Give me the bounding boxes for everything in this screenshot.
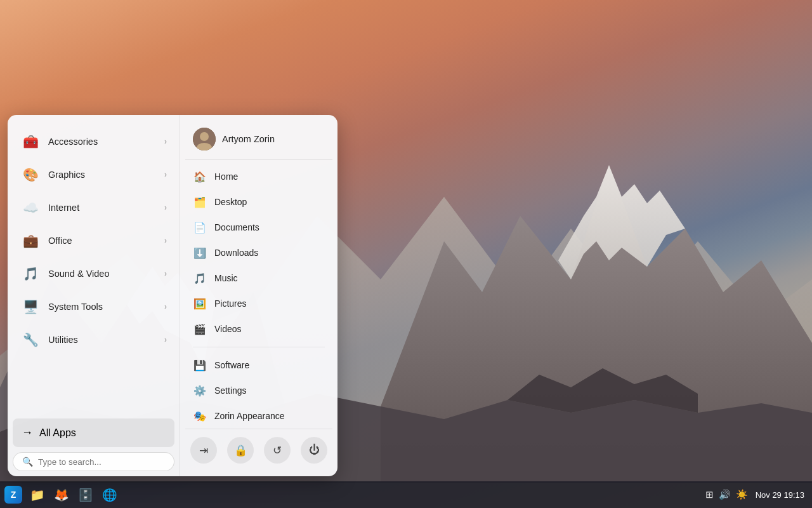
accessories-icon: 🧰: [20, 131, 41, 152]
user-section: Artyom Zorin: [185, 123, 332, 160]
all-apps-label: All Apps: [39, 427, 76, 439]
internet-icon: ☁️: [20, 197, 41, 218]
taskbar-item-files[interactable]: 📁: [27, 484, 48, 505]
system-tools-icon: 🖥️: [20, 297, 41, 317]
office-label: Office: [48, 236, 157, 246]
all-apps-button[interactable]: → All Apps: [13, 418, 174, 447]
place-item-music[interactable]: 🎵 Music: [185, 265, 332, 291]
place-item-videos[interactable]: 🎬 Videos: [185, 316, 332, 342]
search-bar: 🔍: [13, 452, 174, 471]
documents-place-label: Documents: [214, 222, 259, 232]
system-tools-label: System Tools: [48, 302, 157, 312]
zorin-appearance-app-icon: 🎭: [193, 409, 207, 423]
utilities-label: Utilities: [48, 335, 157, 345]
left-panel-bottom: → All Apps 🔍: [13, 418, 174, 471]
shutdown-button[interactable]: ⏻: [301, 437, 327, 464]
place-item-pictures[interactable]: 🖼️ Pictures: [185, 291, 332, 316]
datetime-display: Nov 29 19:13: [756, 490, 804, 500]
zorin-logo-icon: Z: [4, 486, 22, 504]
all-apps-arrow-icon: →: [22, 426, 33, 439]
system-apps-list: 💾 Software ⚙️ Settings 🎭 Zorin Appearanc…: [185, 352, 332, 429]
category-item-utilities[interactable]: 🔧 Utilities ›: [13, 323, 174, 356]
taskbar-item-world-icon[interactable]: 🌐: [99, 484, 121, 505]
logout-icon: ⇥: [199, 444, 208, 457]
documents-place-icon: 📄: [193, 220, 207, 234]
category-item-accessories[interactable]: 🧰 Accessories ›: [13, 125, 174, 158]
downloads-place-icon: ⬇️: [193, 246, 207, 260]
taskbar-item-firefox[interactable]: 🦊: [51, 484, 72, 505]
logout-button[interactable]: ⇥: [190, 437, 217, 464]
sound-video-arrow-icon: ›: [164, 269, 167, 278]
user-name: Artyom Zorin: [222, 134, 275, 144]
internet-label: Internet: [48, 203, 157, 213]
place-item-documents[interactable]: 📄 Documents: [185, 215, 332, 240]
divider: [193, 347, 325, 347]
music-place-label: Music: [214, 273, 238, 283]
videos-place-label: Videos: [214, 324, 242, 334]
lock-button[interactable]: 🔒: [227, 437, 254, 464]
sound-video-label: Sound & Video: [48, 269, 157, 279]
app-item-software[interactable]: 💾 Software: [185, 352, 332, 378]
pictures-place-label: Pictures: [214, 298, 247, 309]
home-place-label: Home: [214, 171, 238, 182]
zorin-appearance-app-label: Zorin Appearance: [214, 411, 285, 421]
svg-point-8: [200, 132, 209, 141]
category-item-graphics[interactable]: 🎨 Graphics ›: [13, 158, 174, 191]
restart-icon: ↺: [273, 444, 282, 457]
category-item-sound-video[interactable]: 🎵 Sound & Video ›: [13, 257, 174, 290]
settings-app-label: Settings: [214, 385, 247, 396]
right-panel: Artyom Zorin 🏠 Home 🗂️ Desktop 📄 Documen…: [180, 115, 337, 476]
software-app-label: Software: [214, 360, 249, 370]
user-avatar: [193, 128, 216, 150]
music-place-icon: 🎵: [193, 271, 207, 285]
graphics-label: Graphics: [48, 170, 157, 180]
place-item-downloads[interactable]: ⬇️ Downloads: [185, 240, 332, 265]
brightness-icon[interactable]: ☀️: [736, 489, 748, 500]
bottom-actions: ⇥🔒↺⏻: [185, 429, 332, 469]
app-item-settings[interactable]: ⚙️ Settings: [185, 378, 332, 403]
category-item-office[interactable]: 💼 Office ›: [13, 224, 174, 257]
system-tools-arrow-icon: ›: [164, 302, 167, 311]
taskbar-left: Z📁🦊🗄️🌐: [0, 484, 121, 505]
app-item-zorin-appearance[interactable]: 🎭 Zorin Appearance: [185, 403, 332, 429]
taskbar-item-zorin-menu[interactable]: Z: [3, 484, 24, 505]
accessories-label: Accessories: [48, 137, 157, 147]
search-input[interactable]: [38, 457, 165, 467]
world-icon-taskbar-icon: 🌐: [102, 488, 117, 502]
downloads-place-label: Downloads: [214, 248, 258, 258]
utilities-icon: 🔧: [20, 330, 41, 350]
shutdown-icon: ⏻: [309, 444, 320, 457]
taskbar: Z📁🦊🗄️🌐 ⊞ 🔊 ☀️ Nov 29 19:13: [0, 481, 812, 508]
software-app-icon: 💾: [193, 358, 207, 372]
category-item-system-tools[interactable]: 🖥️ System Tools ›: [13, 290, 174, 323]
categories-list: 🧰 Accessories › 🎨 Graphics › ☁️ Internet…: [13, 125, 174, 356]
settings-app-icon: ⚙️: [193, 384, 207, 398]
volume-icon[interactable]: 🔊: [719, 489, 731, 500]
place-item-desktop[interactable]: 🗂️ Desktop: [185, 189, 332, 215]
search-icon: 🔍: [22, 457, 33, 467]
office-icon: 💼: [20, 231, 41, 251]
utilities-arrow-icon: ›: [164, 335, 167, 344]
desktop-place-icon: 🗂️: [193, 195, 207, 209]
taskbar-item-file-manager[interactable]: 🗄️: [75, 484, 96, 505]
sound-video-icon: 🎵: [20, 264, 41, 284]
app-menu: 🧰 Accessories › 🎨 Graphics › ☁️ Internet…: [8, 115, 337, 476]
home-place-icon: 🏠: [193, 170, 207, 184]
pictures-place-icon: 🖼️: [193, 297, 207, 311]
office-arrow-icon: ›: [164, 236, 167, 245]
accessories-arrow-icon: ›: [164, 137, 167, 146]
lock-icon: 🔒: [234, 444, 247, 457]
graphics-arrow-icon: ›: [164, 170, 167, 179]
restart-button[interactable]: ↺: [264, 437, 291, 464]
category-item-internet[interactable]: ☁️ Internet ›: [13, 191, 174, 224]
categories-panel: 🧰 Accessories › 🎨 Graphics › ☁️ Internet…: [8, 115, 180, 476]
place-item-home[interactable]: 🏠 Home: [185, 164, 332, 189]
desktop-place-label: Desktop: [214, 197, 247, 207]
videos-place-icon: 🎬: [193, 322, 207, 336]
files-taskbar-icon: 📁: [30, 488, 45, 502]
multitask-icon[interactable]: ⊞: [705, 489, 714, 500]
taskbar-right: ⊞ 🔊 ☀️ Nov 29 19:13: [705, 489, 812, 500]
internet-arrow-icon: ›: [164, 203, 167, 212]
graphics-icon: 🎨: [20, 164, 41, 185]
file-manager-taskbar-icon: 🗄️: [78, 488, 93, 502]
